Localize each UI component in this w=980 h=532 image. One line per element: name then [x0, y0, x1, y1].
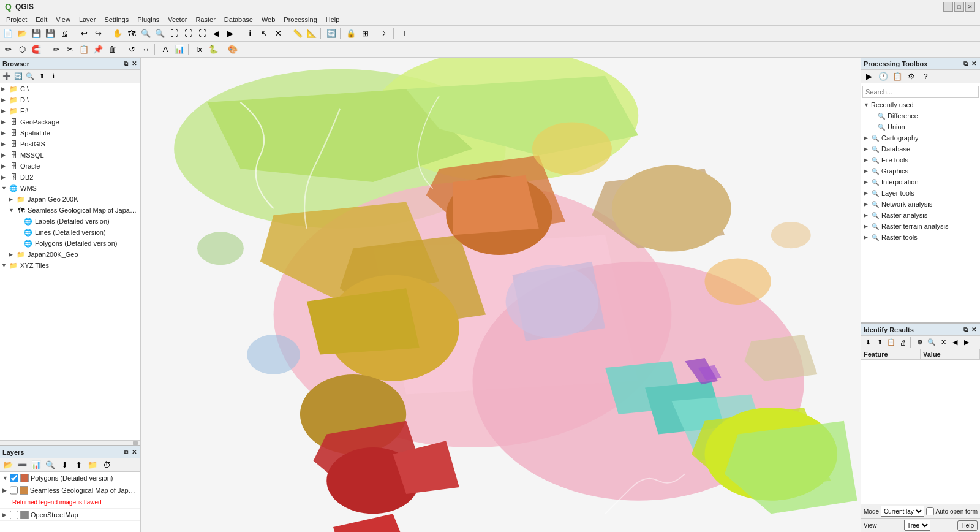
layer-item-polygons[interactable]: ▼ Polygons (Detailed version): [0, 472, 140, 484]
undo-button[interactable]: ↩: [77, 27, 91, 40]
refresh-button[interactable]: 🔄: [325, 27, 338, 40]
layer-polygons-checkbox[interactable]: [10, 474, 18, 482]
menubar-item-processing[interactable]: Processing: [280, 15, 320, 24]
layers-filter-button[interactable]: 🔍: [43, 458, 57, 472]
browser-tree-item-d_drive[interactable]: ▶📁D:\: [0, 94, 140, 105]
zoom-last-button[interactable]: ◀: [209, 27, 223, 40]
identify-float-button[interactable]: ⧉: [962, 325, 969, 334]
browser-tree-item-drives[interactable]: ▶📁C:\: [0, 83, 140, 94]
browser-tree-item-japan_geo[interactable]: ▶📁Japan Geo 200K: [0, 194, 140, 205]
browser-tree-item-postgis[interactable]: ▶🗄PostGIS: [0, 139, 140, 150]
proc-help-button[interactable]: ?: [919, 70, 932, 83]
snapping-button[interactable]: 🧲: [29, 43, 43, 56]
scale-lock-button[interactable]: 🔒: [344, 27, 358, 40]
processing-close-button[interactable]: ✕: [970, 59, 978, 68]
proc-category-raster[interactable]: ▶ 🔍 Raster analysis: [862, 210, 979, 221]
menubar-item-raster[interactable]: Raster: [192, 15, 219, 24]
menubar-item-layer[interactable]: Layer: [75, 15, 100, 24]
identify-view-select[interactable]: Tree: [904, 520, 930, 531]
browser-tree-item-oracle[interactable]: ▶🗄Oracle: [0, 161, 140, 172]
measure-button[interactable]: 📏: [291, 27, 304, 40]
browser-add-button[interactable]: ➕: [1, 71, 12, 82]
menubar-item-vector[interactable]: Vector: [164, 15, 190, 24]
layers-open-attr-button[interactable]: 📊: [29, 458, 43, 472]
layer-seamless-checkbox[interactable]: [10, 486, 18, 495]
zoom-in-button[interactable]: 🔍: [139, 27, 153, 40]
browser-tree-item-mssql[interactable]: ▶🗄MSSQL: [0, 150, 140, 161]
layers-remove-button[interactable]: ➖: [15, 458, 29, 472]
measure-area-button[interactable]: 📐: [305, 27, 318, 40]
maximize-button[interactable]: □: [954, 2, 964, 12]
proc-item-difference[interactable]: 🔍 Difference: [862, 110, 979, 121]
menubar-item-web[interactable]: Web: [258, 15, 279, 24]
identify-settings-button[interactable]: ⚙: [914, 337, 925, 348]
layer-item-osm[interactable]: ▶ OpenStreetMap: [0, 509, 140, 521]
save-as-button[interactable]: 💾: [43, 27, 57, 40]
browser-info-button[interactable]: ℹ: [48, 71, 59, 82]
menubar-item-project[interactable]: Project: [2, 15, 31, 24]
menubar-item-help[interactable]: Help: [322, 15, 344, 24]
edit-button[interactable]: ✏: [49, 43, 62, 56]
identify-close-button[interactable]: ✕: [970, 325, 978, 334]
processing-search-input[interactable]: [862, 86, 979, 98]
label-button[interactable]: A: [159, 43, 172, 56]
menubar-item-database[interactable]: Database: [221, 15, 257, 24]
statistics-button[interactable]: Σ: [378, 27, 391, 40]
redo-button[interactable]: ↪: [91, 27, 105, 40]
browser-refresh-button[interactable]: 🔄: [13, 71, 24, 82]
proc-category-layertools[interactable]: ▶ 🔍 Layer tools: [862, 188, 979, 199]
layers-expand-button[interactable]: ⬇: [58, 458, 71, 472]
zoom-out-button[interactable]: 🔍: [153, 27, 167, 40]
recently-used-group[interactable]: ▼ Recently used: [862, 99, 979, 110]
menubar-item-settings[interactable]: Settings: [100, 15, 132, 24]
deselect-button[interactable]: ✕: [271, 27, 285, 40]
delete-button[interactable]: 🗑: [105, 43, 119, 56]
minimize-button[interactable]: ─: [943, 2, 953, 12]
digitize-button[interactable]: ✏: [1, 43, 15, 56]
zoom-full-button[interactable]: ⛶: [167, 27, 181, 40]
browser-filter-button[interactable]: 🔍: [24, 71, 36, 82]
save-project-button[interactable]: 💾: [29, 27, 43, 40]
map-area[interactable]: [141, 58, 861, 532]
browser-tree-item-db2[interactable]: ▶🗄DB2: [0, 172, 140, 183]
layers-add-group-button[interactable]: 📁: [86, 458, 99, 472]
zoom-next-button[interactable]: ▶: [224, 27, 237, 40]
close-button[interactable]: ✕: [965, 2, 975, 12]
identify-zoom-button[interactable]: 🔍: [926, 337, 937, 348]
menubar-item-view[interactable]: View: [52, 15, 74, 24]
rotate-button[interactable]: ↺: [125, 43, 138, 56]
proc-history-button[interactable]: 🕐: [876, 70, 890, 83]
browser-tree-item-geopkg[interactable]: ▶🗄GeoPackage: [0, 116, 140, 127]
layers-collapse-button[interactable]: ⬆: [72, 458, 85, 472]
browser-tree-item-spatialite[interactable]: ▶🗄SpatiaLite: [0, 127, 140, 139]
identify-collapse-button[interactable]: ⬆: [874, 337, 885, 348]
identify-next-button[interactable]: ▶: [961, 337, 972, 348]
flip-button[interactable]: ↔: [139, 43, 153, 56]
proc-results-button[interactable]: 📋: [891, 70, 904, 83]
pan-button[interactable]: ✋: [111, 27, 124, 40]
browser-tree-item-japan200k[interactable]: ▶📁Japan200K_Geo: [0, 249, 140, 260]
proc-category-graphics[interactable]: ▶ 🔍 Graphics: [862, 165, 979, 177]
layer-osm-checkbox[interactable]: [10, 511, 18, 519]
identify-expand-button[interactable]: ⬇: [862, 337, 873, 348]
print-button[interactable]: 🖨: [58, 27, 71, 40]
browser-float-button[interactable]: ⧉: [123, 59, 129, 68]
layers-open-button[interactable]: 📂: [1, 458, 15, 472]
select-button[interactable]: ↖: [257, 27, 271, 40]
node-button[interactable]: ⬡: [15, 43, 29, 56]
layers-float-button[interactable]: ⧉: [123, 448, 129, 457]
identify-auto-open-checkbox[interactable]: [926, 507, 934, 515]
browser-tree-item-labels_detail[interactable]: 🌐Labels (Detailed version): [0, 216, 140, 227]
identify-clear-button[interactable]: ✕: [938, 337, 949, 348]
proc-settings-button[interactable]: ⚙: [905, 70, 918, 83]
browser-collapse-button[interactable]: ⬆: [36, 71, 47, 82]
open-project-button[interactable]: 📂: [15, 27, 29, 40]
proc-category-database[interactable]: ▶ 🔍 Database: [862, 143, 979, 154]
identify-mode-select[interactable]: Current lay: [881, 506, 924, 517]
proc-category-filetools[interactable]: ▶ 🔍 File tools: [862, 154, 979, 165]
scale-box-button[interactable]: ⊞: [358, 27, 372, 40]
browser-tree-item-lines_detail[interactable]: 🌐Lines (Detailed version): [0, 227, 140, 238]
browser-scroll-thumb[interactable]: [133, 441, 138, 446]
text-button[interactable]: T: [398, 27, 411, 40]
identify-button[interactable]: ℹ: [243, 27, 257, 40]
